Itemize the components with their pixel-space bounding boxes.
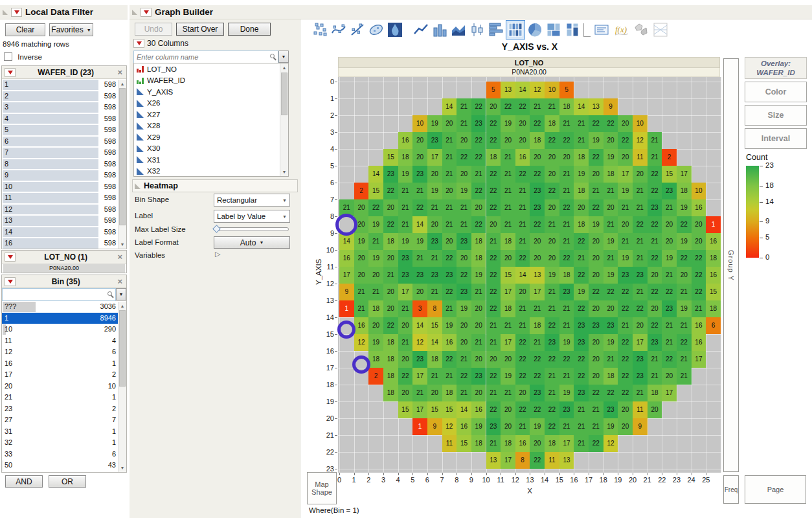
heatmap-cell[interactable]: 22 [618, 368, 633, 385]
heatmap-cell[interactable]: 19 [618, 183, 633, 199]
heatmap-cell[interactable]: 20 [354, 199, 369, 216]
heatmap-cell[interactable]: 22 [471, 149, 486, 166]
parallel-plot-icon[interactable] [652, 21, 669, 38]
undo-button[interactable]: Undo [135, 23, 172, 36]
heatmap-cell[interactable]: 23 [530, 199, 545, 216]
list-item[interactable]: 277 [2, 414, 126, 426]
treemap-icon[interactable] [545, 21, 562, 38]
heatmap-cell[interactable]: 22 [618, 385, 633, 401]
heatmap-cell[interactable]: 21 [574, 115, 589, 132]
heatmap-cell[interactable]: 19 [559, 334, 574, 351]
heatmap-cell[interactable]: 22 [457, 368, 471, 385]
heatmap-cell[interactable]: 21 [486, 334, 501, 351]
heatmap-cell[interactable]: 19 [501, 368, 515, 385]
heatmap-cell[interactable]: 17 [339, 267, 354, 284]
heatmap-cell[interactable]: 21 [574, 250, 589, 267]
heatmap-cell[interactable]: 21 [515, 233, 530, 250]
heatmap-cell[interactable]: 17 [692, 351, 706, 368]
heatmap-cell[interactable]: 23 [574, 385, 589, 401]
heatmap-cell[interactable]: 11 [545, 452, 559, 469]
heatmap-cell[interactable]: 10 [692, 183, 706, 199]
heatmap-cell[interactable]: 18 [442, 385, 457, 401]
contour-icon[interactable] [387, 21, 403, 38]
heatmap-cell[interactable]: 22 [648, 317, 662, 334]
list-item[interactable]: 8598 [2, 159, 126, 170]
heatmap-cell[interactable]: 17 [501, 284, 515, 300]
heatmap-cell[interactable]: 22 [471, 183, 486, 199]
heatmap-cell[interactable]: 16 [692, 334, 706, 351]
heatmap-cell[interactable]: 22 [559, 199, 574, 216]
heatmap-cell[interactable]: 21 [398, 199, 413, 216]
heatmap-cell[interactable]: 20 [383, 199, 398, 216]
label-format-button[interactable]: Auto▼ [214, 236, 290, 249]
heatmap-cell[interactable]: 20 [457, 250, 471, 267]
heatmap-cell[interactable]: 22 [515, 351, 530, 368]
heatmap-cell[interactable]: 22 [648, 284, 662, 300]
heatmap-cell[interactable]: 12 [442, 418, 457, 435]
list-item[interactable]: 6598 [2, 136, 126, 148]
heatmap-cell[interactable]: 15 [398, 401, 413, 418]
red-hotspot-menu-icon[interactable] [5, 253, 16, 262]
column-list-item[interactable]: X27 [134, 109, 288, 120]
heatmap-cell[interactable]: 21 [412, 250, 427, 267]
heatmap-cell[interactable]: 20 [545, 233, 559, 250]
heatmap-cell[interactable]: 20 [515, 385, 530, 401]
list-item[interactable]: 311 [2, 426, 126, 438]
heatmap-cell[interactable]: 20 [589, 166, 603, 183]
heatmap-cell[interactable]: 21 [427, 199, 442, 216]
annotation-circle[interactable] [352, 355, 370, 374]
heatmap-cell[interactable]: 20 [383, 300, 398, 317]
heatmap-cell[interactable]: 18 [545, 435, 559, 452]
heatmap-cell[interactable]: 3 [412, 300, 427, 317]
heatmap-cell[interactable]: 20 [545, 250, 559, 267]
heatmap-cell[interactable]: 22 [589, 284, 603, 300]
heatmap-cell[interactable]: 22 [545, 418, 559, 435]
heatmap-cell[interactable]: 18 [501, 435, 515, 452]
heatmap-cell[interactable]: 20 [618, 115, 633, 132]
column-list-item[interactable]: X28 [134, 120, 288, 132]
heatmap-cell[interactable]: 22 [486, 401, 501, 418]
list-item[interactable]: 172 [2, 369, 126, 381]
heatmap-cell[interactable]: 21 [662, 199, 677, 216]
scroll-up-icon[interactable]: ▲ [280, 63, 288, 72]
heatmap-cell[interactable]: 23 [471, 115, 486, 132]
heatmap-cell[interactable]: 12 [530, 82, 545, 98]
heatmap-cell[interactable]: 23 [633, 368, 648, 385]
heatmap-cell[interactable]: 23 [648, 334, 662, 351]
heatmap-cell[interactable]: 21 [398, 300, 413, 317]
heatmap-cell[interactable]: 20 [515, 284, 530, 300]
heatmap-cell[interactable]: 21 [677, 284, 692, 300]
pie-icon[interactable] [526, 21, 543, 38]
heatmap-cell[interactable]: 21 [559, 368, 574, 385]
heatmap-cell[interactable]: 14 [515, 82, 530, 98]
heatmap-cell[interactable]: 19 [677, 199, 692, 216]
heatmap-cell[interactable]: 21 [677, 351, 692, 368]
heatmap-cell[interactable]: 22 [486, 183, 501, 199]
heatmap-cell[interactable]: 20 [662, 216, 677, 233]
heatmap-cell[interactable]: 23 [427, 233, 442, 250]
list-item[interactable]: 336 [2, 449, 126, 460]
heatmap-cell[interactable]: 20 [383, 250, 398, 267]
heatmap-cell[interactable]: 21 [442, 368, 457, 385]
heatmap-cell[interactable]: 22 [692, 267, 706, 284]
heatmap-cell[interactable]: 19 [398, 166, 413, 183]
heatmap-cell[interactable]: 22 [530, 115, 545, 132]
list-item[interactable]: 14598 [2, 227, 126, 238]
column-list-item[interactable]: WAFER_ID [134, 75, 288, 87]
caption-box-icon[interactable] [593, 21, 610, 38]
heatmap-cell[interactable]: 17 [530, 284, 545, 300]
heatmap-cell[interactable]: 21 [603, 250, 618, 267]
heatmap-cell[interactable]: 14 [442, 98, 457, 115]
heatmap-cell[interactable]: 20 [398, 385, 413, 401]
heatmap-cell[interactable]: 22 [574, 351, 589, 368]
heatmap-cell[interactable]: 15 [442, 401, 457, 418]
heatmap-cell[interactable]: 22 [530, 452, 545, 469]
heatmap-cell[interactable]: 19 [457, 300, 471, 317]
heatmap-cell[interactable]: 21 [515, 300, 530, 317]
heatmap-cell[interactable]: 23 [589, 317, 603, 334]
heatmap-cell[interactable]: 20 [648, 401, 662, 418]
heatmap-cell[interactable]: 20 [442, 233, 457, 250]
heatmap-cell[interactable]: 9 [339, 284, 354, 300]
heatmap-cell[interactable]: 10 [633, 115, 648, 132]
heatmap-cell[interactable]: 21 [574, 132, 589, 149]
